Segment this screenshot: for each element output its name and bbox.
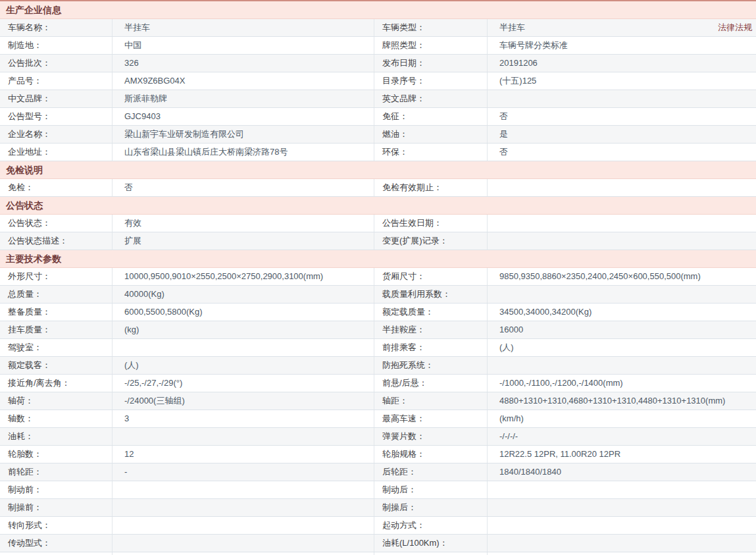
- field-label: 制操后：: [374, 499, 487, 516]
- field-label-text: 半挂鞍座：: [382, 325, 425, 334]
- field-value: 车辆号牌分类标准: [487, 37, 756, 54]
- field-label-text: 免征：: [382, 111, 408, 121]
- field-value: [112, 481, 374, 498]
- field-value-text: 4880+1310+1310,4680+1310+1310,4480+1310+…: [499, 392, 725, 410]
- field-label: 货厢尺寸：: [374, 268, 487, 285]
- field-label-text: 转向形式：: [8, 520, 51, 530]
- field-label-text: 轴数：: [8, 413, 34, 423]
- field-value: [112, 517, 374, 534]
- field-label: 公告状态描述：: [0, 232, 112, 250]
- field-label-text: 中文品牌：: [8, 93, 51, 103]
- field-label: 弹簧片数：: [374, 428, 487, 445]
- field-label: 轮胎数：: [0, 446, 112, 463]
- field-label-text: 轴荷：: [8, 396, 34, 406]
- table-row: 额定载客：(人)防抱死系统：: [0, 357, 756, 375]
- field-value-text: 10000,9500,9010×2550,2500×2750,2900,3100…: [124, 268, 323, 285]
- field-label: 环保：: [374, 144, 487, 161]
- field-value-text: -/24000(三轴组): [124, 392, 185, 410]
- field-label-text: 制操后：: [382, 502, 416, 512]
- field-label: 外形尺寸：: [0, 268, 112, 285]
- field-label: 车辆类型：: [374, 19, 487, 36]
- field-label-text: 前排乘客：: [382, 342, 425, 352]
- field-label: 防抱死系统：: [374, 357, 487, 374]
- field-value: (人): [112, 357, 374, 374]
- field-value: 12R22.5 12PR, 11.00R20 12PR: [487, 446, 756, 463]
- field-value-text: 山东省梁山县梁山镇后庄大桥南梁济路78号: [124, 144, 288, 161]
- table-row: 企业地址：山东省梁山县梁山镇后庄大桥南梁济路78号环保：否: [0, 144, 756, 161]
- field-label-text: 制操前：: [8, 502, 42, 512]
- partial-next-row: [0, 552, 756, 555]
- field-value-text: 中国: [124, 37, 141, 54]
- field-label-text: 总质量：: [8, 289, 42, 299]
- partial-cell: [374, 552, 487, 555]
- table-row: 整备质量：6000,5500,5800(Kg)额定载质量：34500,34000…: [0, 304, 756, 321]
- table-row: 制造地：中国牌照类型：车辆号牌分类标准: [0, 37, 756, 55]
- field-value-text: 6000,5500,5800(Kg): [124, 304, 203, 321]
- field-label-text: 后轮距：: [382, 467, 416, 477]
- field-label-text: 牌照类型：: [382, 40, 425, 50]
- field-label: 总质量：: [0, 286, 112, 303]
- table-row: 油耗：弹簧片数：-/-/-/-: [0, 428, 756, 446]
- field-label: 英文品牌：: [374, 90, 487, 107]
- field-label: 燃油：: [374, 126, 487, 143]
- field-label: 轴数：: [0, 410, 112, 427]
- field-value: 6000,5500,5800(Kg): [112, 304, 374, 321]
- field-value-text: 否: [499, 144, 508, 161]
- section-title: 公告状态: [6, 197, 43, 214]
- table-row: 车辆名称：半挂车车辆类型：半挂车法律法规: [0, 19, 756, 37]
- field-value: [487, 499, 756, 516]
- field-value-text: 是: [499, 126, 508, 143]
- field-label-text: 额定载客：: [8, 360, 51, 370]
- field-value: [487, 179, 756, 196]
- field-label-text: 公告生效日期：: [382, 218, 442, 228]
- field-label: 轴荷：: [0, 392, 112, 410]
- table-row: 前轮距：-后轮距：1840/1840/1840: [0, 463, 756, 481]
- field-value-text: 34500,34000,34200(Kg): [499, 304, 592, 321]
- field-label-text: 免检：: [8, 182, 34, 192]
- table-row: 接近角/离去角：-/25,-/27,-/29(°)前悬/后悬：-/1000,-/…: [0, 375, 756, 392]
- field-value-text: 16000: [499, 321, 523, 338]
- field-value-text: 20191206: [499, 55, 538, 72]
- field-value: 梁山新宇车业研发制造有限公司: [112, 126, 374, 143]
- field-label: 最高车速：: [374, 410, 487, 427]
- field-value: 40000(Kg): [112, 286, 374, 303]
- partial-cell: [487, 552, 756, 555]
- field-value: [487, 215, 756, 232]
- field-label: 公告生效日期：: [374, 215, 487, 232]
- field-label-text: 公告状态：: [8, 218, 51, 228]
- table-row: 轴数：3最高车速：(km/h): [0, 410, 756, 428]
- field-label: 起动方式：: [374, 517, 487, 534]
- field-label: 企业名称：: [0, 126, 112, 143]
- field-label: 发布日期：: [374, 55, 487, 72]
- field-label-text: 整备质量：: [8, 307, 51, 317]
- field-label-text: 公告批次：: [8, 58, 51, 68]
- field-value: 否: [487, 144, 756, 161]
- field-value-text: 半挂车: [124, 19, 150, 36]
- table-row: 驾驶室：前排乘客：(人): [0, 339, 756, 357]
- field-label: 免检有效期止：: [374, 179, 487, 196]
- field-label-text: 前悬/后悬：: [382, 378, 428, 388]
- field-label-text: 产品号：: [8, 76, 42, 86]
- field-label-text: 车辆类型：: [382, 22, 425, 32]
- field-value-text: 梁山新宇车业研发制造有限公司: [124, 126, 244, 143]
- field-value-text: 斯派菲勒牌: [124, 90, 167, 107]
- field-label: 油耗(L/100Km)：: [374, 535, 487, 552]
- field-label-text: 企业名称：: [8, 129, 51, 139]
- field-label-text: 发布日期：: [382, 58, 425, 68]
- table-row: 制动前：制动后：: [0, 481, 756, 499]
- section-title: 免检说明: [6, 161, 43, 178]
- field-value: [487, 357, 756, 374]
- field-label: 车辆名称：: [0, 19, 112, 36]
- field-label: 制动前：: [0, 481, 112, 498]
- law-regulations-link[interactable]: 法律法规: [718, 19, 756, 36]
- field-value: 山东省梁山县梁山镇后庄大桥南梁济路78号: [112, 144, 374, 161]
- table-row: 挂车质量：(kg)半挂鞍座：16000: [0, 321, 756, 339]
- field-value: 中国: [112, 37, 374, 54]
- field-value: [487, 517, 756, 534]
- table-row: 公告型号：GJC9403免征：否: [0, 108, 756, 126]
- field-value: GJC9403: [112, 108, 374, 125]
- field-value: 4880+1310+1310,4680+1310+1310,4480+1310+…: [487, 392, 756, 410]
- field-label: 目录序号：: [374, 72, 487, 90]
- field-label: 额定载质量：: [374, 304, 487, 321]
- field-value: 10000,9500,9010×2550,2500×2750,2900,3100…: [112, 268, 374, 285]
